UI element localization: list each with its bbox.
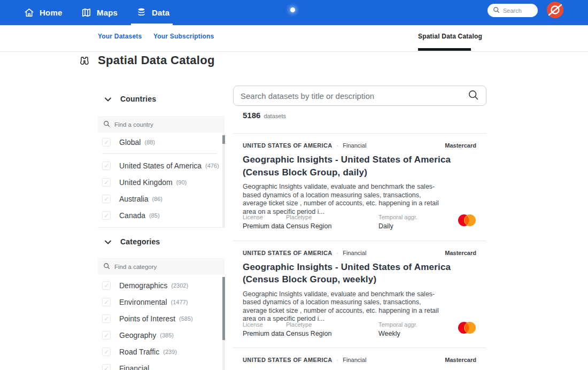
categories-list: ✓ Demographics (2302) ✓ Environmental (1…	[98, 277, 221, 370]
category-filter-item[interactable]: ✓ Points of Interest (585)	[98, 310, 221, 327]
search-icon	[493, 6, 500, 16]
card-title[interactable]: Geographic Insights - United States of A…	[243, 261, 486, 286]
tab-spatial-data-catalog[interactable]: Spatial Data Catalog	[418, 33, 482, 40]
card-category: Financial	[343, 357, 366, 363]
checkbox[interactable]: ✓	[102, 348, 111, 356]
placetype-value: Census Region	[286, 330, 331, 337]
countries-scrollbar[interactable]	[222, 134, 225, 228]
country-count: (85)	[149, 212, 160, 219]
category-count: (385)	[160, 332, 174, 338]
nav-item-label: Home	[40, 8, 62, 17]
checkbox[interactable]: ✓	[102, 281, 111, 290]
notification-dot	[290, 7, 295, 12]
temporal-label: Temporal aggr.	[378, 214, 417, 220]
checkbox[interactable]: ✓	[102, 331, 111, 340]
category-filter-item[interactable]: ✓ Financial	[98, 360, 221, 370]
dataset-card[interactable]: UNITED STATES OF AMERICA · Financial Mas…	[233, 241, 486, 348]
spatial-data-catalog-page: Home Maps Data	[0, 0, 588, 370]
separator-dot: ·	[337, 250, 339, 256]
category-label: Road Traffic	[119, 348, 159, 356]
license-column: License Premium data	[243, 214, 284, 230]
category-filter-item[interactable]: ✓ Road Traffic (239)	[98, 343, 221, 360]
card-footer: License Premium data Placetype Census Re…	[243, 214, 476, 230]
dataset-card[interactable]: UNITED STATES OF AMERICA · Financial Mas…	[233, 133, 486, 241]
country-label: Australia	[119, 195, 148, 203]
checkbox[interactable]: ✓	[102, 178, 111, 187]
country-search-input[interactable]	[114, 121, 219, 128]
countries-section-header[interactable]: Countries	[105, 94, 156, 104]
checkbox[interactable]: ✓	[102, 195, 111, 203]
page-title: Spatial Data Catalog	[98, 53, 215, 67]
checkbox[interactable]: ✓	[102, 314, 111, 323]
temporal-label: Temporal aggr.	[378, 321, 417, 328]
categories-scrollbar-thumb[interactable]	[222, 277, 225, 340]
country-filter-item[interactable]: ✓ Canada (85)	[98, 207, 221, 223]
card-source: Mastercard	[445, 250, 476, 256]
license-value: Premium data	[243, 222, 284, 230]
checkbox[interactable]: ✓	[102, 298, 111, 306]
placetype-label: Placetype	[286, 214, 331, 220]
card-category: Financial	[343, 142, 366, 149]
checkbox[interactable]: ✓	[102, 138, 111, 147]
category-label: Geography	[119, 331, 156, 340]
search-icon	[103, 262, 110, 272]
temporal-column: Temporal aggr. Daily	[378, 214, 417, 230]
card-header: UNITED STATES OF AMERICA · Financial Mas…	[243, 357, 476, 363]
chevron-down-icon	[105, 237, 111, 246]
country-filter-item[interactable]: ✓ Australia (86)	[98, 190, 221, 207]
results-summary: 5186 datasets	[243, 111, 286, 120]
card-country: UNITED STATES OF AMERICA	[243, 142, 332, 149]
categories-section-header[interactable]: Categories	[105, 237, 160, 246]
search-icon[interactable]	[468, 89, 479, 103]
placetype-column: Placetype Census Region	[286, 214, 331, 230]
tab-your-datasets[interactable]: Your Datasets	[98, 33, 142, 40]
global-search[interactable]	[488, 4, 538, 17]
country-filter-item[interactable]: ✓ United States of America (476)	[98, 157, 221, 174]
country-count: (476)	[205, 163, 219, 169]
carto-logo[interactable]	[546, 1, 564, 19]
nav-item-data[interactable]: Data	[136, 0, 169, 25]
country-filter-item[interactable]: ✓ Global (88)	[98, 134, 221, 150]
nav-item-home[interactable]: Home	[24, 0, 62, 25]
card-category: Financial	[343, 250, 366, 256]
nav-item-maps[interactable]: Maps	[81, 0, 118, 25]
chevron-down-icon	[105, 94, 111, 104]
dataset-card[interactable]: UNITED STATES OF AMERICA · Financial Mas…	[233, 348, 486, 370]
card-source: Mastercard	[445, 357, 476, 363]
country-label: United Kingdom	[119, 178, 173, 187]
card-footer: License Premium data Placetype Census Re…	[243, 321, 476, 337]
country-label: United States of America	[119, 161, 202, 170]
dataset-search[interactable]	[233, 86, 486, 106]
category-label: Financial	[119, 364, 149, 370]
category-label: Demographics	[119, 281, 167, 290]
category-filter-item[interactable]: ✓ Environmental (1477)	[98, 294, 221, 310]
countries-scrollbar-thumb[interactable]	[222, 135, 225, 144]
country-search[interactable]	[98, 116, 225, 133]
license-label: License	[243, 214, 284, 220]
dataset-search-input[interactable]	[241, 91, 468, 101]
placetype-label: Placetype	[286, 321, 331, 328]
country-filter-item[interactable]: ✓ United Kingdom (90)	[98, 174, 221, 190]
card-title[interactable]: Geographic Insights - United States of A…	[243, 153, 486, 179]
database-icon	[136, 7, 146, 18]
checkbox[interactable]: ✓	[102, 211, 111, 220]
category-search-input[interactable]	[114, 264, 219, 270]
category-filter-item[interactable]: ✓ Geography (385)	[98, 327, 221, 343]
categories-scrollbar[interactable]	[222, 277, 225, 370]
card-country: UNITED STATES OF AMERICA	[243, 250, 332, 256]
secondary-nav: Your Datasets Your Subscriptions Spatial…	[0, 25, 588, 52]
results-count: 5186	[243, 111, 260, 120]
binoculars-icon	[79, 55, 90, 69]
card-header: UNITED STATES OF AMERICA · Financial Mas…	[243, 142, 476, 149]
global-search-input[interactable]	[503, 7, 530, 14]
tab-your-subscriptions[interactable]: Your Subscriptions	[153, 33, 214, 40]
checkbox[interactable]: ✓	[102, 161, 111, 170]
checkbox[interactable]: ✓	[102, 364, 111, 370]
category-count: (1477)	[171, 299, 188, 305]
mastercard-logo-icon	[458, 214, 476, 227]
card-country: UNITED STATES OF AMERICA	[243, 357, 332, 363]
license-label: License	[243, 321, 284, 328]
category-search[interactable]	[98, 258, 225, 275]
nav-item-label: Maps	[97, 8, 118, 17]
category-filter-item[interactable]: ✓ Demographics (2302)	[98, 277, 221, 294]
